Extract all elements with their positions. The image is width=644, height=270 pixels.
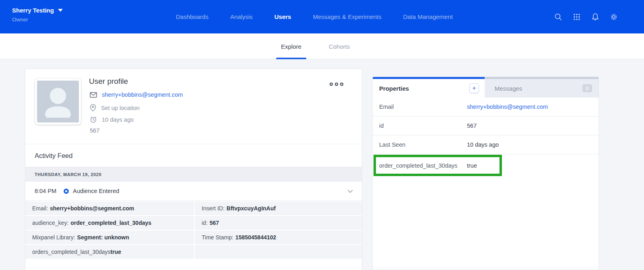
workspace-name[interactable]: Sherry Testing	[12, 7, 54, 14]
profile-email-row: sherry+bobbins@segment.com	[90, 91, 183, 98]
tab-messages-label: Messages	[495, 85, 522, 92]
notifications-bell-icon[interactable]	[591, 12, 600, 21]
tab-cohorts-label: Cohorts	[329, 43, 350, 50]
messages-count-badge: 0	[582, 84, 592, 92]
activity-feed-title: Activity Feed	[35, 152, 72, 160]
tab-cohorts[interactable]: Cohorts	[324, 33, 355, 59]
chevron-down-icon	[58, 9, 63, 12]
property-row-last-seen: Last Seen 10 days ago	[373, 135, 599, 154]
nav-item-dashboards[interactable]: Dashboards	[176, 13, 208, 20]
tab-messages[interactable]: Messages 0	[485, 77, 599, 98]
tab-properties-label: Properties	[379, 85, 409, 92]
property-label: Email	[373, 104, 467, 110]
set-up-location-link[interactable]: Set up location	[101, 105, 140, 111]
avatar	[35, 79, 81, 125]
apps-grid-icon[interactable]	[572, 12, 581, 21]
workspace-role: Owner	[12, 17, 63, 23]
detail-cell: audience_key:order_completed_last_30days	[25, 216, 194, 230]
profile-header: User profile sherry+bobbins@segment.com …	[25, 69, 362, 144]
tab-explore-label: Explore	[281, 43, 301, 50]
property-row-id: id 567	[373, 116, 599, 135]
user-profile-card: User profile sherry+bobbins@segment.com …	[25, 69, 362, 270]
more-options-icon[interactable]	[328, 81, 345, 87]
property-value: 10 days ago	[467, 141, 499, 148]
detail-cell: orders_completed_last_30daystrue	[25, 245, 194, 259]
property-value: 567	[467, 123, 477, 129]
location-pin-icon	[90, 104, 96, 112]
workspace-switcher[interactable]: Sherry Testing Owner	[12, 7, 63, 23]
profile-last-seen: 10 days ago	[102, 116, 134, 123]
activity-event-row[interactable]: 8:04 PM Audience Entered	[25, 182, 362, 201]
add-property-button[interactable]: +	[469, 83, 479, 93]
activity-date-header: THURSDAY, MARCH 19, 2020	[25, 167, 362, 182]
nav-item-analysis[interactable]: Analysis	[230, 13, 253, 20]
nav-item-data-management[interactable]: Data Management	[403, 13, 453, 20]
profile-title: User profile	[89, 77, 128, 86]
primary-nav: Dashboards Analysis Users Messages & Exp…	[176, 0, 453, 33]
settings-gear-icon[interactable]	[609, 12, 618, 21]
property-value-email-link[interactable]: sherry+bobbins@segment.com	[467, 104, 548, 110]
detail-cell: Time Stamp:1585045844102	[195, 231, 362, 244]
detail-cell: id:567	[195, 216, 362, 230]
properties-card: Properties + Messages 0 Email sherry+bob…	[372, 77, 599, 270]
profile-email-link[interactable]: sherry+bobbins@segment.com	[102, 91, 183, 98]
properties-tab-bar: Properties + Messages 0	[373, 77, 599, 98]
profile-user-id: 567	[90, 127, 99, 134]
detail-cell: Mixpanel Library:Segment: unknown	[25, 231, 194, 244]
top-navigation-bar: Sherry Testing Owner Dashboards Analysis…	[0, 0, 644, 33]
activity-feed-header: Activity Feed	[25, 144, 362, 167]
page-tab-bar: Explore Cohorts	[0, 33, 644, 59]
property-row-order-completed: order_completed_last_30days true	[373, 154, 599, 177]
main-content: User profile sherry+bobbins@segment.com …	[0, 59, 644, 270]
audience-entered-icon	[64, 189, 69, 194]
detail-cell: Insert ID:BftvpxcuyAgInAuf	[195, 201, 362, 215]
tab-properties[interactable]: Properties +	[373, 77, 485, 98]
property-row-email: Email sherry+bobbins@segment.com	[373, 98, 599, 116]
profile-last-seen-row: 10 days ago	[90, 116, 134, 123]
activity-date-label: THURSDAY, MARCH 19, 2020	[35, 172, 101, 177]
event-detail-table: Email:sherry+bobbins@segment.com Insert …	[25, 201, 362, 259]
nav-icon-group	[554, 0, 618, 33]
nav-item-users[interactable]: Users	[275, 13, 291, 20]
property-value: true	[467, 162, 477, 169]
profile-location-row: Set up location	[90, 104, 140, 112]
detail-cell: Email:sherry+bobbins@segment.com	[25, 201, 194, 215]
property-label: Last Seen	[373, 141, 467, 148]
nav-item-messages-experiments[interactable]: Messages & Experiments	[313, 13, 381, 20]
collapse-chevron-icon[interactable]	[347, 187, 353, 195]
alarm-clock-icon	[90, 116, 97, 123]
search-icon[interactable]	[554, 12, 563, 21]
event-time: 8:04 PM	[35, 188, 64, 194]
detail-cell-empty	[195, 245, 362, 259]
envelope-icon	[90, 92, 97, 98]
tab-explore[interactable]: Explore	[276, 33, 306, 59]
property-label: order_completed_last_30days	[373, 162, 467, 169]
event-name: Audience Entered	[73, 188, 119, 194]
property-label: id	[373, 123, 467, 129]
